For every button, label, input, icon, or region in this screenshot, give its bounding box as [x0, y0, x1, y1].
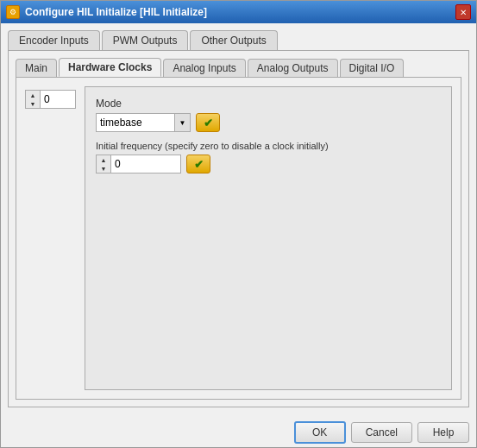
title-bar-icon: ⚙ — [6, 5, 20, 19]
tab-main[interactable]: Main — [16, 59, 57, 77]
tab-encoder-inputs[interactable]: Encoder Inputs — [8, 30, 100, 50]
tab-other-outputs[interactable]: Other Outputs — [190, 30, 277, 50]
tab-analog-inputs[interactable]: Analog Inputs — [163, 59, 245, 77]
mode-ok-button[interactable]: ✔ — [196, 113, 220, 132]
clock-index-arrows: ▲ ▼ — [26, 91, 41, 108]
clock-index-input[interactable] — [41, 93, 75, 105]
tab-hardware-clocks[interactable]: Hardware Clocks — [59, 58, 161, 77]
ok-button[interactable]: OK — [294, 421, 346, 444]
clock-index-up-button[interactable]: ▲ — [26, 91, 40, 99]
frequency-spinner: ▲ ▼ — [96, 155, 181, 174]
main-window: ⚙ Configure HIL Initialize [HIL Initiali… — [0, 0, 477, 448]
mode-select-wrapper: ▼ — [96, 113, 191, 132]
mode-checkmark-icon: ✔ — [204, 117, 213, 129]
frequency-ok-button[interactable]: ✔ — [186, 155, 210, 174]
mode-label: Mode — [96, 98, 441, 110]
title-bar: ⚙ Configure HIL Initialize [HIL Initiali… — [1, 1, 476, 23]
frequency-up-button[interactable]: ▲ — [97, 155, 110, 164]
mode-dropdown-arrow[interactable]: ▼ — [174, 114, 190, 131]
clock-index-column: ▲ ▼ — [25, 86, 76, 390]
clock-index-down-button[interactable]: ▼ — [26, 99, 40, 108]
frequency-label: Initial frequency (specify zero to disab… — [96, 141, 441, 151]
bottom-bar: OK Cancel Help — [1, 414, 476, 447]
frequency-field-row: ▲ ▼ ✔ — [96, 155, 441, 174]
clock-index-spinner: ▲ ▼ — [25, 90, 76, 109]
tab-digital-io[interactable]: Digital I/O — [340, 59, 405, 77]
tab-panel-wrapper: Main Hardware Clocks Analog Inputs Analo… — [8, 50, 469, 407]
help-button[interactable]: Help — [417, 422, 469, 443]
hardware-clocks-panel: ▲ ▼ Mode ▼ — [16, 77, 461, 400]
tab-pwm-outputs[interactable]: PWM Outputs — [102, 30, 189, 50]
cancel-button[interactable]: Cancel — [351, 422, 412, 443]
frequency-down-button[interactable]: ▼ — [97, 164, 110, 173]
tab-row-1: Encoder Inputs PWM Outputs Other Outputs — [8, 30, 469, 50]
frequency-checkmark-icon: ✔ — [194, 158, 204, 171]
mode-field-row: ▼ ✔ — [96, 113, 441, 132]
tab-row-2: Main Hardware Clocks Analog Inputs Analo… — [16, 58, 461, 77]
config-panel: Mode ▼ ✔ Initial fr — [85, 86, 452, 390]
frequency-section: Initial frequency (specify zero to disab… — [96, 141, 441, 174]
mode-section: Mode ▼ ✔ — [96, 98, 441, 132]
tab-analog-outputs[interactable]: Analog Outputs — [248, 59, 338, 77]
frequency-arrows: ▲ ▼ — [97, 155, 111, 173]
mode-select[interactable] — [97, 117, 174, 129]
content-area: Encoder Inputs PWM Outputs Other Outputs… — [1, 23, 476, 414]
close-button[interactable]: ✕ — [455, 4, 471, 20]
title-bar-text: Configure HIL Initialize [HIL Initialize… — [25, 6, 455, 18]
frequency-input[interactable] — [111, 158, 180, 170]
